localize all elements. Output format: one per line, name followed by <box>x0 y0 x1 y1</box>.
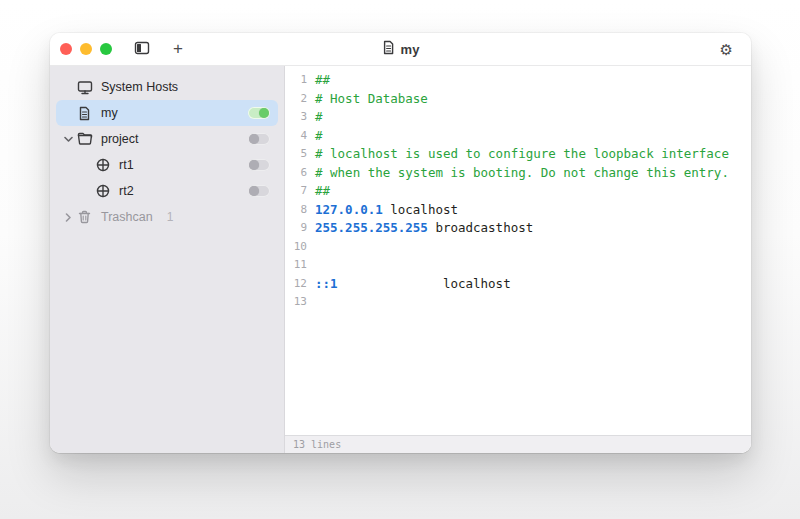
traffic-lights <box>60 43 112 55</box>
code-line: 10 <box>285 238 751 257</box>
sidebar-item-my[interactable]: my <box>56 100 278 126</box>
code-area[interactable]: 1##2# Host Database3#4#5# localhost is u… <box>285 66 751 435</box>
code-text: # localhost is used to configure the loo… <box>315 145 729 164</box>
code-text: ## <box>315 71 330 90</box>
code-line: 1## <box>285 71 751 90</box>
code-text: ::1 localhost <box>315 275 511 294</box>
hosts-enable-toggle[interactable] <box>248 159 270 171</box>
sidebar-item-system-hosts[interactable]: System Hosts <box>56 74 278 100</box>
sidebar-item-project[interactable]: project <box>56 126 278 152</box>
monitor-icon <box>76 79 93 96</box>
folder-icon <box>76 131 93 148</box>
sidebar-item-rt1[interactable]: rt1 <box>56 152 278 178</box>
app-window: + my ⚙ <box>50 33 751 453</box>
line-number: 4 <box>285 127 307 146</box>
code-line: 6# when the system is booting. Do not ch… <box>285 164 751 183</box>
code-line: 8127.0.0.1 localhost <box>285 201 751 220</box>
sidebar-item-label: rt1 <box>119 158 134 172</box>
line-number: 2 <box>285 90 307 109</box>
trashcan-count-badge: 1 <box>167 210 174 224</box>
sidebar-item-label: project <box>101 132 139 146</box>
globe-icon <box>94 183 111 200</box>
hosts-enable-toggle[interactable] <box>248 133 270 145</box>
desktop-background: { "window": { "title": "my" }, "titlebar… <box>0 0 800 519</box>
window-title-text: my <box>401 42 420 57</box>
trash-icon <box>76 209 93 226</box>
chevron-right-icon[interactable] <box>60 213 76 222</box>
sidebar-item-label: my <box>101 106 118 120</box>
plus-icon: + <box>173 39 183 59</box>
sidebar-item-rt2[interactable]: rt2 <box>56 178 278 204</box>
code-line: 9255.255.255.255 broadcasthost <box>285 219 751 238</box>
code-text: # when the system is booting. Do not cha… <box>315 164 729 183</box>
line-number: 5 <box>285 145 307 164</box>
sidebar-item-trashcan[interactable]: Trashcan 1 <box>56 204 278 230</box>
status-bar: 13 lines <box>285 435 751 453</box>
line-number: 10 <box>285 238 307 257</box>
line-number: 3 <box>285 108 307 127</box>
hosts-enable-toggle[interactable] <box>248 185 270 197</box>
sidebar-item-label: rt2 <box>119 184 134 198</box>
globe-icon <box>94 157 111 174</box>
sidebar-item-label: Trashcan <box>101 210 153 224</box>
code-line: 5# localhost is used to configure the lo… <box>285 145 751 164</box>
code-text: 255.255.255.255 broadcasthost <box>315 219 533 238</box>
line-number: 9 <box>285 219 307 238</box>
line-number: 13 <box>285 293 307 312</box>
line-number: 7 <box>285 182 307 201</box>
sidebar-toggle-icon <box>134 41 150 58</box>
code-text: # <box>315 108 323 127</box>
close-button[interactable] <box>60 43 72 55</box>
code-line: 4# <box>285 127 751 146</box>
window-title: my <box>382 40 420 58</box>
new-hosts-button[interactable]: + <box>168 39 188 59</box>
line-number: 12 <box>285 275 307 294</box>
title-bar: + my ⚙ <box>50 33 751 66</box>
line-count-label: 13 lines <box>293 439 341 450</box>
code-line: 7## <box>285 182 751 201</box>
sidebar-item-label: System Hosts <box>101 80 178 94</box>
code-line: 2# Host Database <box>285 90 751 109</box>
hosts-enable-toggle[interactable] <box>248 107 270 119</box>
code-text: ## <box>315 182 330 201</box>
chevron-down-icon[interactable] <box>60 136 76 142</box>
settings-button[interactable]: ⚙ <box>720 42 733 57</box>
code-text: # Host Database <box>315 90 428 109</box>
line-number: 8 <box>285 201 307 220</box>
minimize-button[interactable] <box>80 43 92 55</box>
window-body: System Hosts my <box>50 66 751 453</box>
document-icon <box>76 105 93 122</box>
code-line: 12::1 localhost <box>285 275 751 294</box>
sidebar: System Hosts my <box>50 66 285 453</box>
code-line: 3# <box>285 108 751 127</box>
code-text: 127.0.0.1 localhost <box>315 201 458 220</box>
zoom-button[interactable] <box>100 43 112 55</box>
code-line: 13 <box>285 293 751 312</box>
code-text: # <box>315 127 323 146</box>
line-number: 11 <box>285 256 307 275</box>
code-line: 11 <box>285 256 751 275</box>
gear-icon: ⚙ <box>720 41 733 58</box>
line-number: 6 <box>285 164 307 183</box>
hosts-editor: 1##2# Host Database3#4#5# localhost is u… <box>285 66 751 453</box>
toggle-sidebar-button[interactable] <box>132 39 152 59</box>
document-icon <box>382 40 395 58</box>
line-number: 1 <box>285 71 307 90</box>
